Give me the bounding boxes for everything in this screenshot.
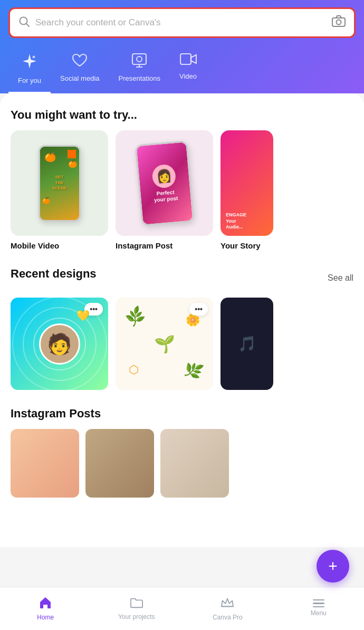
try-cards-row: 🍊 🍊 🍊 SETTHESCENE Mobile Video (11, 130, 353, 250)
svg-rect-9 (180, 54, 191, 64)
tab-social-media[interactable]: Social media (51, 49, 109, 93)
tab-video-label: Video (179, 72, 197, 80)
try-section: You might want to try... 🍊 🍊 (11, 108, 353, 250)
svg-point-6 (137, 56, 142, 62)
recent-section-header: Recent designs See all (11, 267, 353, 289)
try-card-your-story[interactable]: ENGAGEYourAudie... Your Story (221, 130, 273, 250)
bottom-nav-projects[interactable]: Your projects (91, 596, 183, 621)
tab-presentations[interactable]: Presentations (109, 49, 170, 93)
dark-card-bg: 🎵 (221, 298, 273, 390)
heart-icon (72, 53, 88, 71)
bottom-nav-projects-label: Your projects (118, 613, 155, 621)
try-card-your-story-img: ENGAGEYourAudie... (221, 130, 273, 236)
bottom-nav-home[interactable]: Home (0, 596, 91, 621)
tab-video[interactable]: Video (170, 49, 206, 93)
perfect-post-text: Perfectyour post (153, 188, 178, 203)
try-section-title: You might want to try... (11, 108, 353, 122)
try-card-mobile-video-img: 🍊 🍊 🍊 SETTHESCENE (11, 130, 108, 236)
try-card-instagram-post-img: 👩 Perfectyour post (116, 130, 213, 236)
svg-point-3 (337, 20, 341, 25)
svg-line-1 (26, 23, 29, 26)
woman-avatar: 👩 (151, 163, 176, 188)
phone-screen-insta: 👩 Perfectyour post (136, 142, 193, 225)
recent-section-title: Recent designs (11, 267, 97, 281)
tab-social-media-label: Social media (60, 74, 99, 82)
profile-avatar: 🧑 (39, 323, 80, 365)
recent-card-plant[interactable]: 🌿 🌿 🌼 ⬡ 🌱 ••• (116, 298, 213, 390)
main-content: You might want to try... 🍊 🍊 (0, 93, 364, 547)
folder-icon (130, 596, 143, 611)
crown-icon (221, 596, 234, 612)
insta-thumbnails-row (11, 429, 353, 498)
home-icon (39, 596, 52, 612)
header: Search your content or Canva's For you (0, 0, 364, 93)
bottom-nav: Home Your projects Canva Pro Menu (0, 587, 364, 630)
svg-rect-2 (332, 18, 345, 26)
insta-thumb-1[interactable] (11, 429, 79, 498)
recent-section: Recent designs See all 💛 🧑 (11, 267, 353, 390)
camera-icon[interactable] (332, 15, 346, 30)
recent-cards-row: 💛 🧑 ••• 🌿 🌿 🌼 ⬡ 🌱 (11, 298, 353, 390)
svg-point-4 (33, 56, 35, 59)
instagram-posts-title: Instagram Posts (11, 407, 353, 421)
try-card-mobile-video-label: Mobile Video (11, 241, 108, 250)
phone-mockup-mobile-video: 🍊 🍊 🍊 SETTHESCENE (39, 145, 81, 222)
recent-card-dark[interactable]: 🎵 (221, 298, 273, 390)
video-icon (180, 53, 197, 69)
sparkle-icon (21, 53, 38, 73)
tab-for-you[interactable]: For you (8, 49, 51, 93)
instagram-posts-section: Instagram Posts (11, 407, 353, 498)
bottom-nav-menu[interactable]: Menu (273, 599, 365, 617)
phone-mockup-insta: 👩 Perfectyour post (135, 140, 194, 226)
tab-for-you-label: For you (18, 77, 41, 84)
bottom-nav-home-label: Home (37, 614, 54, 621)
see-all-button[interactable]: See all (328, 273, 353, 283)
create-fab[interactable]: + (317, 550, 349, 583)
phone-screen-mv: 🍊 🍊 🍊 SETTHESCENE (40, 147, 79, 220)
search-bar[interactable]: Search your content or Canva's (8, 7, 356, 38)
bottom-nav-menu-label: Menu (311, 609, 327, 617)
story-preview: ENGAGEYourAudie... (221, 130, 273, 236)
insta-thumb-3[interactable] (160, 429, 229, 498)
recent-card-plant-more[interactable]: ••• (189, 303, 208, 316)
search-placeholder: Search your content or Canva's (35, 17, 327, 28)
bottom-nav-canva-pro-label: Canva Pro (213, 614, 243, 621)
try-card-instagram-post-label: Instagram Post (116, 241, 213, 250)
search-icon (18, 16, 30, 30)
plus-icon: + (328, 557, 338, 575)
recent-card-profile[interactable]: 💛 🧑 ••• (11, 298, 108, 390)
bottom-nav-canva-pro[interactable]: Canva Pro (182, 596, 273, 621)
presentation-icon (131, 53, 147, 71)
insta-thumb-2[interactable] (85, 429, 154, 498)
try-card-instagram-post[interactable]: 👩 Perfectyour post Instagram Post (116, 130, 213, 250)
try-card-your-story-label: Your Story (221, 241, 273, 250)
svg-rect-5 (132, 54, 146, 64)
menu-icon (313, 599, 324, 608)
nav-tabs: For you Social media Presentations (8, 49, 356, 93)
tab-presentations-label: Presentations (119, 74, 161, 82)
try-card-mobile-video[interactable]: 🍊 🍊 🍊 SETTHESCENE Mobile Video (11, 130, 108, 250)
